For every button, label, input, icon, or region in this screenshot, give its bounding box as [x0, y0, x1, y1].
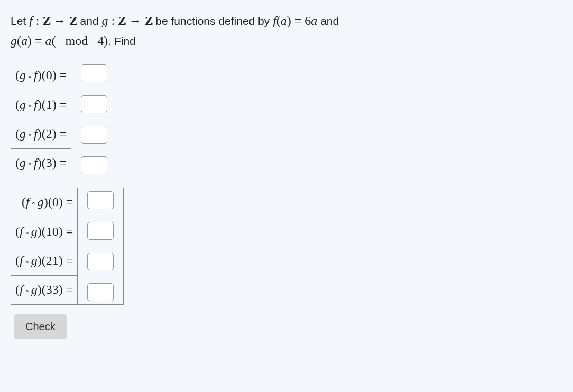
label-fog-3: (f∘g)(33) = — [11, 275, 78, 304]
math-arrow: → — [50, 14, 69, 27]
label-gof-2: (g∘f)(2) = — [11, 119, 71, 148]
math-paren: ( — [276, 14, 281, 27]
label-fog-2: (f∘g)(21) = — [11, 246, 78, 275]
input-gof-1[interactable] — [81, 95, 107, 113]
compose-icon: ∘ — [23, 287, 31, 295]
math-paren: ) — [287, 14, 291, 27]
text-and: and — [77, 15, 102, 27]
math-6: 6 — [304, 14, 311, 27]
math-g: g — [101, 14, 108, 27]
compose-icon: ∘ — [26, 160, 34, 168]
math-integers: Z — [145, 11, 153, 31]
math-f: f — [273, 14, 276, 27]
input-column-fog — [78, 188, 124, 304]
input-gof-2[interactable] — [81, 126, 107, 144]
input-fog-1[interactable] — [87, 222, 114, 240]
label-gof-3: (g∘f)(3) = — [11, 148, 71, 178]
math-space — [88, 34, 94, 48]
math-a: a — [21, 34, 27, 48]
math-space — [56, 34, 66, 48]
question-text: Let f : Z → Z and g : Z → Z be functions… — [11, 11, 562, 51]
table-gof: (g∘f)(0) = (g∘f)(1) = (g∘f)(2) = (g∘f)(3… — [11, 61, 117, 178]
math-colon: : — [108, 14, 118, 27]
math-arrow: → — [126, 14, 145, 27]
compose-icon: ∘ — [26, 131, 34, 139]
math-f: f — [29, 14, 33, 27]
label-fog-0: (f∘g)(0) = — [11, 188, 78, 217]
math-eq: = — [32, 34, 45, 48]
math-a: a — [45, 34, 52, 48]
table-row: (g∘f)(0) = — [11, 61, 117, 90]
compose-icon: ∘ — [23, 258, 31, 266]
input-column-gof — [71, 61, 117, 178]
input-fog-2[interactable] — [87, 253, 114, 270]
math-paren: ) — [27, 34, 32, 48]
table-row: (f∘g)(0) = — [11, 188, 124, 217]
compose-icon: ∘ — [26, 72, 34, 80]
math-eq: = — [291, 14, 305, 27]
math-mod: mod — [66, 34, 88, 48]
input-fog-0[interactable] — [87, 191, 114, 209]
math-colon: : — [33, 14, 43, 27]
math-integers: Z — [118, 11, 126, 31]
compose-icon: ∘ — [26, 102, 34, 110]
label-gof-0: (g∘f)(0) = — [11, 61, 71, 90]
label-gof-1: (g∘f)(1) = — [11, 90, 71, 119]
text-be-defined: be functions defined by — [152, 15, 273, 27]
math-a: a — [311, 14, 317, 27]
math-a: a — [281, 14, 287, 27]
compose-icon: ∘ — [30, 199, 38, 207]
math-integers: Z — [42, 11, 50, 31]
compose-icon: ∘ — [23, 229, 31, 237]
math-g: g — [11, 34, 17, 48]
text-and: and — [317, 15, 339, 27]
input-gof-0[interactable] — [81, 64, 107, 82]
input-fog-3[interactable] — [87, 283, 114, 301]
math-paren: ( — [17, 34, 21, 48]
text-let: Let — [11, 15, 29, 27]
text-find: . Find — [108, 35, 136, 47]
math-4: 4 — [94, 34, 104, 48]
math-paren: ( — [52, 34, 56, 48]
label-fog-1: (f∘g)(10) = — [11, 217, 78, 246]
check-button[interactable]: Check — [14, 314, 67, 339]
input-gof-3[interactable] — [81, 156, 107, 174]
table-fog: (f∘g)(0) = (f∘g)(10) = (f∘g)(21) = (f∘g)… — [11, 188, 124, 305]
math-integers: Z — [69, 11, 77, 31]
